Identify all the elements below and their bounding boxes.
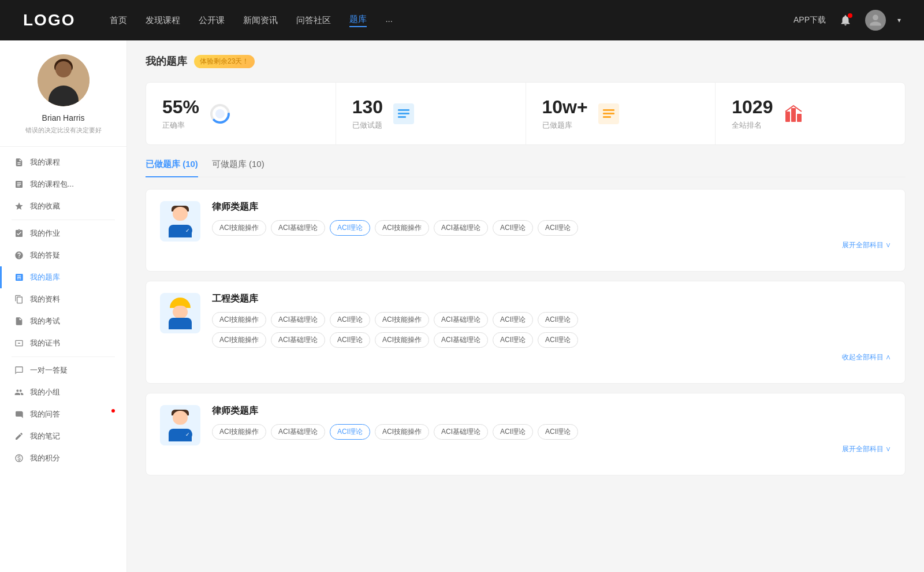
tag-2-7[interactable]: ACI理论 bbox=[538, 312, 578, 328]
doc-icon bbox=[14, 294, 24, 304]
tag-1-7[interactable]: ACI理论 bbox=[538, 220, 578, 236]
sidebar-item-tutoring[interactable]: 一对一答疑 bbox=[0, 359, 126, 381]
bell-button[interactable] bbox=[837, 12, 854, 28]
tag-2-4[interactable]: ACI技能操作 bbox=[375, 312, 429, 328]
sidebar: Brian Harris 错误的决定比没有决定要好 我的课程 我的课程包... bbox=[0, 40, 127, 572]
tag-2-13[interactable]: ACI理论 bbox=[493, 332, 533, 348]
tag-1-1[interactable]: ACI技能操作 bbox=[212, 220, 266, 236]
qbank-tags-2b: ACI技能操作 ACI基础理论 ACI理论 ACI技能操作 ACI基础理论 AC… bbox=[212, 332, 891, 348]
svg-rect-11 bbox=[785, 112, 790, 122]
star-icon bbox=[14, 201, 24, 211]
tag-2-12[interactable]: ACI基础理论 bbox=[434, 332, 488, 348]
sidebar-menu: 我的课程 我的课程包... 我的收藏 我的作业 bbox=[0, 147, 126, 474]
tag-1-5[interactable]: ACI基础理论 bbox=[434, 220, 488, 236]
tag-2-3[interactable]: ACI理论 bbox=[330, 312, 370, 328]
divider2 bbox=[12, 356, 115, 357]
tag-2-9[interactable]: ACI基础理论 bbox=[271, 332, 325, 348]
law-check-badge: ✓ bbox=[183, 226, 192, 235]
qbank-card-engineer: 工程类题库 ACI技能操作 ACI基础理论 ACI理论 ACI技能操作 ACI基… bbox=[146, 281, 906, 384]
tag-2-14[interactable]: ACI理论 bbox=[538, 332, 578, 348]
sidebar-item-package[interactable]: 我的课程包... bbox=[0, 173, 126, 195]
qbank-header-1: ✓ 律师类题库 ACI技能操作 ACI基础理论 ACI理论 ACI技能操作 AC… bbox=[160, 201, 891, 250]
qbank-title-1: 律师类题库 bbox=[212, 201, 891, 213]
one-on-one-icon bbox=[14, 365, 24, 376]
law-check-badge-2: ✓ bbox=[183, 430, 192, 439]
rank-icon bbox=[782, 102, 805, 125]
points-icon bbox=[14, 453, 24, 463]
sidebar-item-exam[interactable]: 我的考试 bbox=[0, 310, 126, 332]
group-icon bbox=[14, 387, 24, 398]
package-icon bbox=[14, 179, 24, 190]
svg-rect-8 bbox=[603, 109, 614, 111]
sidebar-item-cert[interactable]: 我的证书 bbox=[0, 332, 126, 354]
tag-3-3[interactable]: ACI理论 bbox=[330, 424, 370, 440]
sidebar-item-homework[interactable]: 我的作业 bbox=[0, 222, 126, 244]
sidebar-avatar bbox=[38, 54, 90, 106]
qbank-title-3: 律师类题库 bbox=[212, 405, 891, 417]
sidebar-item-notes[interactable]: 我的笔记 bbox=[0, 425, 126, 447]
sidebar-item-points[interactable]: 我的积分 bbox=[0, 447, 126, 469]
tag-3-5[interactable]: ACI基础理论 bbox=[434, 424, 488, 440]
sidebar-item-course[interactable]: 我的课程 bbox=[0, 151, 126, 173]
stat-accuracy-value: 55% bbox=[162, 96, 199, 118]
sidebar-item-qa[interactable]: 我的答疑 bbox=[0, 244, 126, 266]
sidebar-item-qbank[interactable]: 我的题库 bbox=[0, 266, 126, 288]
list-icon bbox=[392, 102, 415, 125]
tag-2-10[interactable]: ACI理论 bbox=[330, 332, 370, 348]
nav-more[interactable]: ··· bbox=[385, 16, 393, 25]
stat-accuracy: 55% 正确率 bbox=[146, 83, 336, 144]
stat-banks: 10w+ 已做题库 bbox=[526, 83, 716, 144]
nav-home[interactable]: 首页 bbox=[110, 15, 127, 26]
tab-available[interactable]: 可做题库 (10) bbox=[212, 159, 264, 177]
qbank-icon-lawyer-1: ✓ bbox=[160, 201, 200, 242]
sidebar-item-favorites[interactable]: 我的收藏 bbox=[0, 195, 126, 217]
orange-list-icon bbox=[597, 102, 620, 125]
trial-badge: 体验剩余23天！ bbox=[194, 55, 255, 68]
tag-2-8[interactable]: ACI技能操作 bbox=[212, 332, 266, 348]
tag-2-1[interactable]: ACI技能操作 bbox=[212, 312, 266, 328]
nav-news[interactable]: 新闻资讯 bbox=[243, 15, 278, 26]
tag-2-5[interactable]: ACI基础理论 bbox=[434, 312, 488, 328]
stat-questions-label: 已做试题 bbox=[352, 120, 383, 131]
note-icon bbox=[14, 431, 24, 441]
layout: Brian Harris 错误的决定比没有决定要好 我的课程 我的课程包... bbox=[0, 40, 924, 572]
page-header: 我的题库 体验剩余23天！ bbox=[146, 54, 906, 68]
tag-1-6[interactable]: ACI理论 bbox=[493, 220, 533, 236]
nav-open-course[interactable]: 公开课 bbox=[199, 15, 225, 26]
tag-3-7[interactable]: ACI理论 bbox=[538, 424, 578, 440]
tab-done[interactable]: 已做题库 (10) bbox=[146, 159, 198, 177]
nav-discover[interactable]: 发现课程 bbox=[146, 15, 180, 26]
tag-2-6[interactable]: ACI理论 bbox=[493, 312, 533, 328]
nav-qbank[interactable]: 题库 bbox=[349, 14, 367, 27]
tag-1-2[interactable]: ACI基础理论 bbox=[271, 220, 325, 236]
nav-qa[interactable]: 问答社区 bbox=[296, 15, 331, 26]
sidebar-item-group[interactable]: 我的小组 bbox=[0, 381, 126, 403]
avatar-chevron[interactable]: ▾ bbox=[897, 16, 901, 24]
tag-2-2[interactable]: ACI基础理论 bbox=[271, 312, 325, 328]
tag-3-4[interactable]: ACI技能操作 bbox=[375, 424, 429, 440]
avatar[interactable] bbox=[865, 10, 886, 31]
stat-rank-value: 1029 bbox=[732, 96, 773, 118]
svg-rect-12 bbox=[791, 108, 796, 122]
tag-3-6[interactable]: ACI理论 bbox=[493, 424, 533, 440]
cert-icon bbox=[14, 338, 24, 348]
qbank-header-2: 工程类题库 ACI技能操作 ACI基础理论 ACI理论 ACI技能操作 ACI基… bbox=[160, 293, 891, 362]
stats-row: 55% 正确率 130 已做试题 bbox=[146, 82, 906, 145]
qbank-expand-3[interactable]: 展开全部科目 ∨ bbox=[212, 444, 891, 454]
qa-icon bbox=[14, 409, 24, 419]
app-download[interactable]: APP下载 bbox=[793, 15, 826, 25]
tag-3-2[interactable]: ACI基础理论 bbox=[271, 424, 325, 440]
tag-2-11[interactable]: ACI技能操作 bbox=[375, 332, 429, 348]
tabs-row: 已做题库 (10) 可做题库 (10) bbox=[146, 159, 906, 177]
sidebar-item-data[interactable]: 我的资料 bbox=[0, 288, 126, 310]
svg-rect-4 bbox=[398, 109, 409, 111]
tag-1-4[interactable]: ACI技能操作 bbox=[375, 220, 429, 236]
qbank-expand-1[interactable]: 展开全部科目 ∨ bbox=[212, 240, 891, 250]
nav-menu: 首页 发现课程 公开课 新闻资讯 问答社区 题库 ··· bbox=[110, 14, 793, 27]
sidebar-item-questions[interactable]: 我的问答 bbox=[0, 403, 126, 425]
svg-point-2 bbox=[215, 109, 225, 118]
qbank-collapse-2[interactable]: 收起全部科目 ∧ bbox=[212, 352, 891, 362]
tag-3-1[interactable]: ACI技能操作 bbox=[212, 424, 266, 440]
tag-1-3[interactable]: ACI理论 bbox=[330, 220, 370, 236]
stat-rank-label: 全站排名 bbox=[732, 120, 773, 131]
